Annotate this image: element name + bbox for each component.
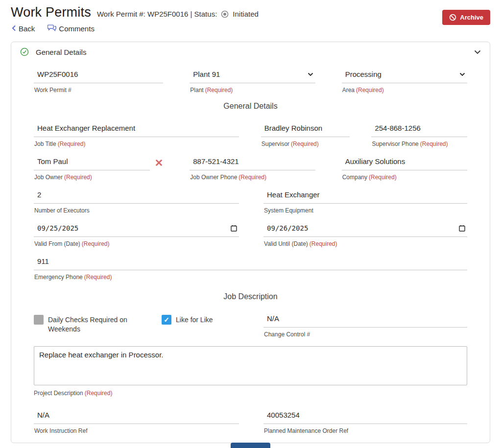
collapse-chevron-icon[interactable] [474,50,481,54]
valid-from-label: Valid From (Date)(Required) [34,240,239,247]
comments-icon [48,24,56,33]
daily-checks-label: Daily Checks Required on Weekends [48,315,146,334]
work-instruction-label: Work Instruction Ref [34,427,239,434]
field-company: Auxiliary Solutions Company(Required) [342,156,467,181]
field-pm-order: 40053254 Planned Maintenance Order Ref [263,409,467,434]
field-system-equipment: Heat Exchanger System Equipment [263,189,467,214]
panel-title: General Details [36,48,86,56]
supervisor-phone-label: Supervisor Phone(Required) [371,141,467,147]
field-valid-from: 09/25/2025 Valid From (Date)(Required) [34,222,239,247]
job-title-label: Job Title(Required) [34,141,239,147]
job-owner-phone-input[interactable]: 887-521-4321 [190,156,315,170]
pm-order-label: Planned Maintenance Order Ref [263,427,467,434]
valid-until-label: Valid Until (Date)(Required) [263,240,467,247]
field-change-control: N/A Change Control # [263,313,467,338]
field-job-owner: Tom Paul Job Owner(Required) ✕ [34,156,163,181]
company-label: Company(Required) [342,174,467,181]
job-owner-phone-label: Job Owner Phone(Required) [190,174,315,181]
change-control-input[interactable]: N/A [263,313,467,328]
permit-status-line: Work Permit #: WP25F0016 | Status: Initi… [97,10,259,18]
general-details-panel-header[interactable]: General Details [11,42,490,62]
field-supervisor: Bradley Robinson Supervisor(Required) [261,122,350,147]
executors-input[interactable]: 2 [34,189,239,204]
supervisor-phone-input[interactable]: 254-868-1256 [371,122,467,137]
area-select[interactable]: Processing [342,69,467,83]
checkbox-checked-icon[interactable]: ✓ [162,315,171,325]
company-input[interactable]: Auxiliary Solutions [342,156,467,170]
section-title-job-description: Job Description [34,292,467,301]
field-job-title: Heat Exchanger Replacement Job Title(Req… [34,122,239,147]
status-radio-icon [221,10,229,18]
executors-label: Number of Executors [34,207,239,214]
field-project-description: Replace heat exchanger in Processor. Pro… [34,346,467,397]
emergency-phone-label: Emergency Phone(Required) [34,274,467,281]
supervisor-input[interactable]: Bradley Robinson [261,122,350,137]
area-label: Area(Required) [342,87,467,94]
update-button[interactable]: Update [231,443,270,448]
calendar-icon[interactable] [459,225,465,232]
field-valid-until: 09/26/2025 Valid Until (Date)(Required) [263,222,467,247]
checkbox-unchecked-icon[interactable] [34,315,44,325]
field-executors: 2 Number of Executors [34,189,239,214]
valid-from-date-input[interactable]: 09/25/2025 [34,222,239,237]
field-work-instruction: N/A Work Instruction Ref [34,409,239,434]
field-job-owner-phone: 887-521-4321 Job Owner Phone(Required) [190,156,315,181]
status-value: Initiated [233,10,259,18]
archive-label: Archive [460,14,483,21]
archive-button[interactable]: Archive [442,10,490,25]
daily-checks-checkbox[interactable]: Daily Checks Required on Weekends [34,313,146,334]
general-details-panel: General Details WP25F0016 Work Permit # … [11,42,490,443]
job-owner-input[interactable]: Tom Paul [34,156,150,170]
chevron-down-icon [308,72,313,76]
system-equipment-label: System Equipment [263,207,467,214]
like-for-like-checkbox[interactable]: ✓ Like for Like [162,313,248,325]
permit-status-label: Work Permit #: WP25F0016 | Status: [97,10,217,18]
section-title-general: General Details [34,102,467,111]
supervisor-label: Supervisor(Required) [261,141,350,147]
field-area: Processing Area(Required) [342,69,467,94]
project-description-textarea[interactable]: Replace heat exchanger in Processor. [34,346,467,385]
chevron-down-icon [459,72,465,76]
field-work-permit: WP25F0016 Work Permit # [34,69,163,94]
comments-label: Comments [59,24,95,33]
project-description-label: Project Description(Required) [34,390,467,397]
like-for-like-label: Like for Like [176,315,213,325]
clear-job-owner-icon[interactable]: ✕ [155,156,164,170]
comments-link[interactable]: Comments [48,24,95,33]
job-owner-label: Job Owner(Required) [34,174,150,181]
work-permit-input[interactable]: WP25F0016 [34,69,163,83]
change-control-label: Change Control # [263,331,467,338]
job-title-input[interactable]: Heat Exchanger Replacement [34,122,239,137]
plant-label: Plant(Required) [190,87,315,94]
back-link[interactable]: Back [12,24,35,33]
work-permit-label: Work Permit # [34,87,163,94]
field-supervisor-phone: 254-868-1256 Supervisor Phone(Required) [371,122,467,147]
page-title: Work Permits [11,5,91,20]
ban-icon [449,14,456,21]
chevron-left-icon [12,24,16,33]
work-instruction-input[interactable]: N/A [34,409,239,424]
calendar-icon[interactable] [231,225,237,232]
system-equipment-input[interactable]: Heat Exchanger [263,189,467,204]
back-label: Back [19,24,35,33]
pm-order-input[interactable]: 40053254 [263,409,467,424]
emergency-phone-input[interactable]: 911 [34,256,467,270]
check-circle-icon [20,47,29,56]
page-header: Work Permits Work Permit #: WP25F0016 | … [0,0,501,33]
plant-select[interactable]: Plant 91 [190,69,315,83]
field-emergency-phone: 911 Emergency Phone(Required) [34,256,467,281]
field-plant: Plant 91 Plant(Required) [190,69,315,94]
valid-until-date-input[interactable]: 09/26/2025 [263,222,467,237]
